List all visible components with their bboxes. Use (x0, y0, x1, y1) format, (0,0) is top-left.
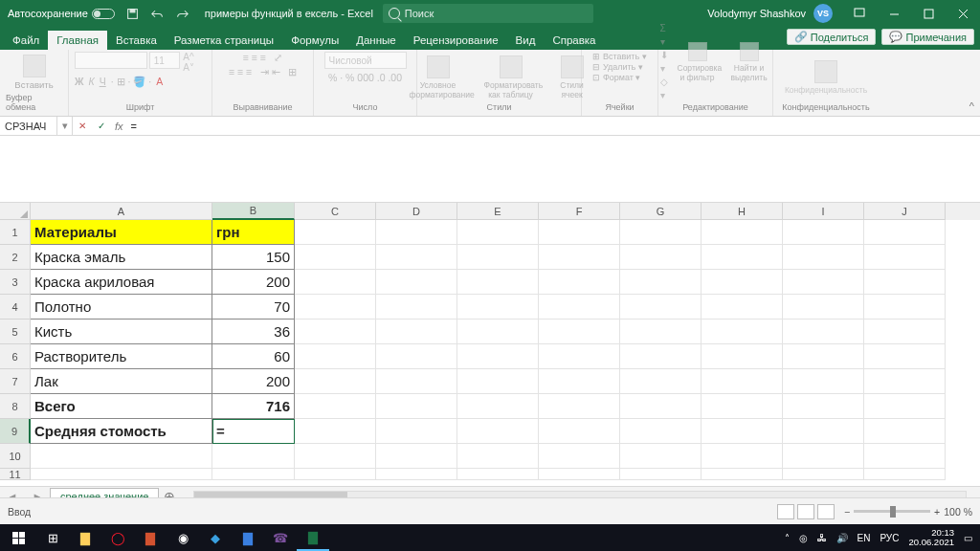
minimize-icon[interactable] (877, 0, 911, 27)
font-style-buttons[interactable]: Ж К Ч · ⊞ · 🪣 · A (75, 76, 163, 88)
redo-icon[interactable] (176, 7, 189, 20)
row-header[interactable]: 3 (0, 270, 31, 295)
cell[interactable] (212, 469, 295, 480)
col-header-G[interactable]: G (620, 203, 702, 220)
tab-data[interactable]: Данные (347, 31, 405, 50)
row-header[interactable]: 9 (0, 419, 31, 444)
maximize-icon[interactable] (911, 0, 946, 27)
cell[interactable] (457, 419, 539, 444)
taskview-icon[interactable]: ⊞ (36, 524, 69, 551)
tab-insert[interactable]: Вставка (107, 31, 166, 50)
cell[interactable] (864, 369, 946, 394)
account[interactable]: Volodymyr Shashkov VS (707, 4, 833, 23)
cell[interactable] (620, 444, 702, 469)
cell[interactable] (539, 419, 620, 444)
tab-review[interactable]: Рецензирование (405, 31, 507, 50)
cell[interactable] (783, 245, 864, 270)
cell[interactable] (295, 245, 376, 270)
font-size-select[interactable]: 11 (149, 52, 181, 69)
zoom-in-button[interactable]: + (934, 506, 940, 518)
cell[interactable]: 150 (212, 245, 295, 270)
cell[interactable] (864, 270, 946, 295)
cell[interactable] (539, 394, 620, 419)
cell[interactable] (376, 220, 457, 245)
cell[interactable] (457, 220, 539, 245)
cell[interactable]: 36 (212, 320, 295, 344)
zoom-level[interactable]: 100 % (944, 506, 972, 518)
format-as-table-button[interactable]: Форматировать как таблицу (480, 54, 542, 101)
col-header-F[interactable]: F (539, 203, 620, 220)
find-select-button[interactable]: Найти и выделить (727, 40, 771, 84)
cell[interactable] (539, 220, 620, 245)
cell[interactable] (376, 344, 457, 369)
cell[interactable] (295, 270, 376, 295)
cell[interactable]: грн (212, 220, 295, 245)
cell[interactable] (783, 394, 864, 419)
cell[interactable]: Кисть (31, 320, 212, 344)
collapse-ribbon-icon[interactable]: ^ (969, 100, 974, 112)
tray-network-icon[interactable]: 🖧 (817, 533, 827, 543)
cell[interactable] (620, 220, 702, 245)
cell[interactable]: Лак (31, 369, 212, 394)
cell[interactable] (702, 295, 783, 320)
cell[interactable] (620, 245, 702, 270)
cell[interactable] (457, 245, 539, 270)
cell[interactable] (457, 394, 539, 419)
tray-volume-icon[interactable]: 🔊 (836, 533, 848, 543)
cell[interactable] (702, 320, 783, 344)
row-header[interactable]: 1 (0, 220, 31, 245)
cell[interactable] (295, 394, 376, 419)
cell[interactable] (295, 444, 376, 469)
cell[interactable]: Краска акриловая (31, 270, 212, 295)
confidentiality-button[interactable]: Конфиденциальность (781, 58, 871, 97)
cell[interactable] (864, 295, 946, 320)
tray-lang-1[interactable]: EN (858, 533, 871, 543)
cell[interactable] (702, 344, 783, 369)
row-header[interactable]: 2 (0, 245, 31, 270)
cell[interactable] (212, 444, 295, 469)
close-icon[interactable] (946, 0, 980, 27)
cell[interactable] (702, 220, 783, 245)
cell[interactable] (702, 245, 783, 270)
row-header[interactable]: 4 (0, 295, 31, 320)
cell[interactable] (539, 295, 620, 320)
tray-clock[interactable]: 20:1320.06.2021 (908, 528, 954, 547)
cell[interactable] (783, 295, 864, 320)
opera-icon[interactable]: ◯ (101, 524, 134, 551)
excel-icon[interactable]: ▇ (297, 524, 329, 551)
tray-lang-2[interactable]: РУС (880, 533, 899, 543)
insert-cells-button[interactable]: ⊞ Вставить ▾ (592, 52, 646, 61)
view-page-layout-icon[interactable] (797, 504, 814, 519)
cell[interactable] (31, 469, 212, 480)
tray-location-icon[interactable]: ◎ (799, 533, 808, 543)
row-header[interactable]: 8 (0, 394, 31, 419)
cell[interactable] (295, 320, 376, 344)
cell[interactable] (295, 344, 376, 369)
cell[interactable]: 716 (212, 394, 295, 419)
cell[interactable]: Средняя стомость (31, 419, 212, 444)
cell[interactable] (620, 394, 702, 419)
tab-home[interactable]: Главная (48, 31, 107, 50)
cell[interactable] (783, 344, 864, 369)
number-buttons[interactable]: % · % 000 .0 .00 (328, 72, 402, 83)
name-box[interactable]: СРЗНАЧ (0, 117, 57, 135)
cell[interactable] (539, 369, 620, 394)
undo-icon[interactable] (151, 7, 165, 20)
cell[interactable] (295, 220, 376, 245)
cell[interactable]: 60 (212, 344, 295, 369)
cell[interactable]: = (212, 419, 295, 444)
cell[interactable] (783, 444, 864, 469)
cell[interactable] (864, 320, 946, 344)
cell[interactable]: Полотно (31, 295, 212, 320)
app-icon[interactable]: ◆ (199, 524, 232, 551)
cell[interactable] (376, 245, 457, 270)
cell[interactable] (457, 469, 539, 480)
tab-file[interactable]: Файл (4, 31, 48, 50)
view-page-break-icon[interactable] (817, 504, 835, 519)
explorer-icon[interactable]: ▇ (69, 524, 101, 551)
cell[interactable] (620, 295, 702, 320)
align-buttons-2[interactable]: ≡ ≡ ≡ ⇥ ⇤ ⊞ (229, 66, 298, 77)
cell[interactable] (457, 270, 539, 295)
cell[interactable] (620, 469, 702, 480)
cell[interactable] (539, 444, 620, 469)
